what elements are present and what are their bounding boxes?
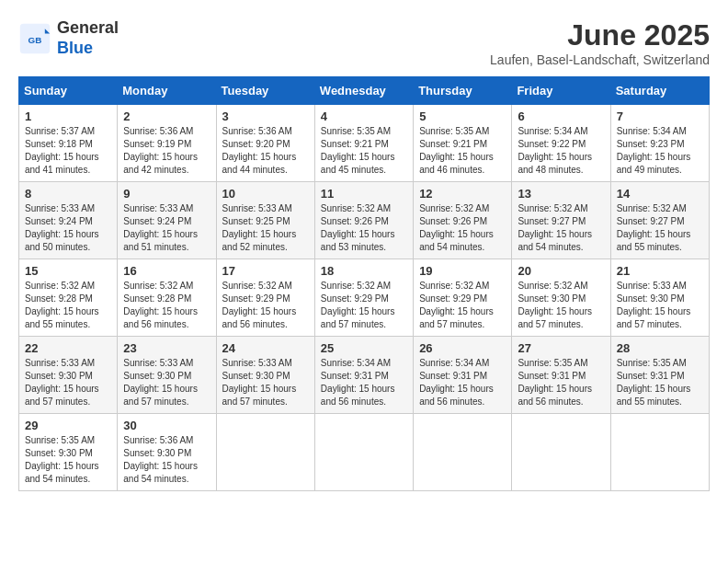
calendar-cell: 3Sunrise: 5:36 AM Sunset: 9:20 PM Daylig… bbox=[216, 105, 314, 182]
day-info: Sunrise: 5:33 AM Sunset: 9:30 PM Dayligh… bbox=[123, 357, 210, 408]
calendar-cell: 26Sunrise: 5:34 AM Sunset: 9:31 PM Dayli… bbox=[414, 337, 512, 414]
day-info: Sunrise: 5:32 AM Sunset: 9:29 PM Dayligh… bbox=[419, 280, 506, 331]
day-info: Sunrise: 5:35 AM Sunset: 9:21 PM Dayligh… bbox=[419, 125, 506, 177]
day-number: 7 bbox=[617, 109, 703, 123]
calendar-cell: 25Sunrise: 5:34 AM Sunset: 9:31 PM Dayli… bbox=[314, 337, 413, 414]
calendar-cell: 22Sunrise: 5:33 AM Sunset: 9:30 PM Dayli… bbox=[19, 337, 118, 414]
day-number: 16 bbox=[123, 264, 210, 278]
day-info: Sunrise: 5:34 AM Sunset: 9:23 PM Dayligh… bbox=[617, 125, 703, 177]
day-header-tuesday: Tuesday bbox=[216, 77, 314, 105]
day-info: Sunrise: 5:33 AM Sunset: 9:24 PM Dayligh… bbox=[123, 202, 210, 254]
calendar-cell: 5Sunrise: 5:35 AM Sunset: 9:21 PM Daylig… bbox=[414, 105, 512, 182]
logo-blue-text: Blue bbox=[57, 39, 119, 59]
day-header-thursday: Thursday bbox=[414, 77, 512, 105]
day-info: Sunrise: 5:34 AM Sunset: 9:31 PM Dayligh… bbox=[419, 357, 506, 408]
calendar-cell: 9Sunrise: 5:33 AM Sunset: 9:24 PM Daylig… bbox=[118, 182, 216, 259]
day-number: 2 bbox=[123, 109, 210, 123]
day-header-monday: Monday bbox=[118, 77, 216, 105]
calendar-cell: 20Sunrise: 5:32 AM Sunset: 9:30 PM Dayli… bbox=[512, 259, 610, 337]
calendar-cell: 10Sunrise: 5:33 AM Sunset: 9:25 PM Dayli… bbox=[216, 182, 314, 259]
calendar-cell: 11Sunrise: 5:32 AM Sunset: 9:26 PM Dayli… bbox=[314, 182, 413, 259]
day-number: 29 bbox=[25, 419, 111, 432]
svg-text:GB: GB bbox=[28, 35, 42, 45]
calendar-week-row: 1Sunrise: 5:37 AM Sunset: 9:18 PM Daylig… bbox=[19, 105, 710, 182]
logo: GB General Blue bbox=[18, 18, 119, 58]
calendar-cell: 15Sunrise: 5:32 AM Sunset: 9:28 PM Dayli… bbox=[19, 259, 118, 337]
day-info: Sunrise: 5:32 AM Sunset: 9:29 PM Dayligh… bbox=[321, 280, 407, 331]
day-info: Sunrise: 5:33 AM Sunset: 9:30 PM Dayligh… bbox=[222, 357, 309, 408]
day-number: 13 bbox=[518, 187, 604, 201]
day-number: 15 bbox=[25, 264, 111, 278]
calendar-cell: 16Sunrise: 5:32 AM Sunset: 9:28 PM Dayli… bbox=[118, 259, 216, 337]
day-info: Sunrise: 5:36 AM Sunset: 9:30 PM Dayligh… bbox=[123, 434, 210, 486]
calendar-cell: 13Sunrise: 5:32 AM Sunset: 9:27 PM Dayli… bbox=[512, 182, 610, 259]
day-info: Sunrise: 5:34 AM Sunset: 9:31 PM Dayligh… bbox=[321, 357, 407, 408]
calendar-cell: 21Sunrise: 5:33 AM Sunset: 9:30 PM Dayli… bbox=[610, 259, 709, 337]
day-header-wednesday: Wednesday bbox=[314, 77, 413, 105]
calendar-cell: 14Sunrise: 5:32 AM Sunset: 9:27 PM Dayli… bbox=[610, 182, 709, 259]
day-number: 3 bbox=[222, 109, 309, 123]
title-area: June 2025 Laufen, Basel-Landschaft, Swit… bbox=[490, 18, 710, 67]
day-number: 27 bbox=[518, 341, 604, 355]
day-info: Sunrise: 5:36 AM Sunset: 9:20 PM Dayligh… bbox=[222, 125, 309, 177]
calendar-cell bbox=[314, 414, 413, 491]
day-header-friday: Friday bbox=[512, 77, 610, 105]
calendar-cell: 29Sunrise: 5:35 AM Sunset: 9:30 PM Dayli… bbox=[19, 414, 118, 491]
calendar-table: SundayMondayTuesdayWednesdayThursdayFrid… bbox=[18, 76, 710, 491]
day-info: Sunrise: 5:33 AM Sunset: 9:30 PM Dayligh… bbox=[617, 280, 703, 331]
day-info: Sunrise: 5:32 AM Sunset: 9:28 PM Dayligh… bbox=[25, 280, 111, 331]
day-number: 25 bbox=[321, 341, 407, 355]
calendar-cell: 27Sunrise: 5:35 AM Sunset: 9:31 PM Dayli… bbox=[512, 337, 610, 414]
day-number: 8 bbox=[25, 187, 111, 201]
calendar-cell: 18Sunrise: 5:32 AM Sunset: 9:29 PM Dayli… bbox=[314, 259, 413, 337]
day-info: Sunrise: 5:32 AM Sunset: 9:30 PM Dayligh… bbox=[518, 280, 604, 331]
day-info: Sunrise: 5:33 AM Sunset: 9:24 PM Dayligh… bbox=[25, 202, 111, 254]
day-number: 5 bbox=[419, 109, 506, 123]
day-info: Sunrise: 5:37 AM Sunset: 9:18 PM Dayligh… bbox=[25, 125, 111, 177]
day-number: 21 bbox=[617, 264, 703, 278]
logo-icon: GB bbox=[18, 22, 51, 55]
day-info: Sunrise: 5:33 AM Sunset: 9:30 PM Dayligh… bbox=[25, 357, 111, 408]
day-number: 14 bbox=[617, 187, 703, 201]
calendar-cell: 1Sunrise: 5:37 AM Sunset: 9:18 PM Daylig… bbox=[19, 105, 118, 182]
calendar-week-row: 22Sunrise: 5:33 AM Sunset: 9:30 PM Dayli… bbox=[19, 337, 710, 414]
day-info: Sunrise: 5:32 AM Sunset: 9:26 PM Dayligh… bbox=[321, 202, 407, 254]
page-header: GB General Blue June 2025 Laufen, Basel-… bbox=[18, 18, 710, 67]
calendar-cell: 4Sunrise: 5:35 AM Sunset: 9:21 PM Daylig… bbox=[314, 105, 413, 182]
day-header-sunday: Sunday bbox=[19, 77, 118, 105]
calendar-cell: 19Sunrise: 5:32 AM Sunset: 9:29 PM Dayli… bbox=[414, 259, 512, 337]
day-number: 4 bbox=[321, 109, 407, 123]
logo-general-text: General bbox=[57, 18, 119, 39]
day-info: Sunrise: 5:35 AM Sunset: 9:31 PM Dayligh… bbox=[518, 357, 604, 408]
calendar-header-row: SundayMondayTuesdayWednesdayThursdayFrid… bbox=[19, 77, 710, 105]
day-info: Sunrise: 5:32 AM Sunset: 9:26 PM Dayligh… bbox=[419, 202, 506, 254]
location-subtitle: Laufen, Basel-Landschaft, Switzerland bbox=[490, 52, 710, 67]
day-header-saturday: Saturday bbox=[610, 77, 709, 105]
calendar-cell: 17Sunrise: 5:32 AM Sunset: 9:29 PM Dayli… bbox=[216, 259, 314, 337]
day-number: 24 bbox=[222, 341, 309, 355]
calendar-cell: 30Sunrise: 5:36 AM Sunset: 9:30 PM Dayli… bbox=[118, 414, 216, 491]
calendar-week-row: 8Sunrise: 5:33 AM Sunset: 9:24 PM Daylig… bbox=[19, 182, 710, 259]
day-info: Sunrise: 5:33 AM Sunset: 9:25 PM Dayligh… bbox=[222, 202, 309, 254]
calendar-cell bbox=[512, 414, 610, 491]
calendar-cell: 7Sunrise: 5:34 AM Sunset: 9:23 PM Daylig… bbox=[610, 105, 709, 182]
calendar-cell: 28Sunrise: 5:35 AM Sunset: 9:31 PM Dayli… bbox=[610, 337, 709, 414]
day-info: Sunrise: 5:35 AM Sunset: 9:21 PM Dayligh… bbox=[321, 125, 407, 177]
day-number: 30 bbox=[123, 419, 210, 432]
day-info: Sunrise: 5:35 AM Sunset: 9:31 PM Dayligh… bbox=[617, 357, 703, 408]
calendar-cell: 8Sunrise: 5:33 AM Sunset: 9:24 PM Daylig… bbox=[19, 182, 118, 259]
day-info: Sunrise: 5:32 AM Sunset: 9:27 PM Dayligh… bbox=[617, 202, 703, 254]
calendar-cell bbox=[216, 414, 314, 491]
day-number: 1 bbox=[25, 109, 111, 123]
day-number: 11 bbox=[321, 187, 407, 201]
day-number: 18 bbox=[321, 264, 407, 278]
day-number: 26 bbox=[419, 341, 506, 355]
day-number: 28 bbox=[617, 341, 703, 355]
day-info: Sunrise: 5:34 AM Sunset: 9:22 PM Dayligh… bbox=[518, 125, 604, 177]
day-number: 20 bbox=[518, 264, 604, 278]
month-title: June 2025 bbox=[490, 18, 710, 52]
day-number: 17 bbox=[222, 264, 309, 278]
day-info: Sunrise: 5:32 AM Sunset: 9:28 PM Dayligh… bbox=[123, 280, 210, 331]
day-info: Sunrise: 5:32 AM Sunset: 9:27 PM Dayligh… bbox=[518, 202, 604, 254]
day-number: 23 bbox=[123, 341, 210, 355]
